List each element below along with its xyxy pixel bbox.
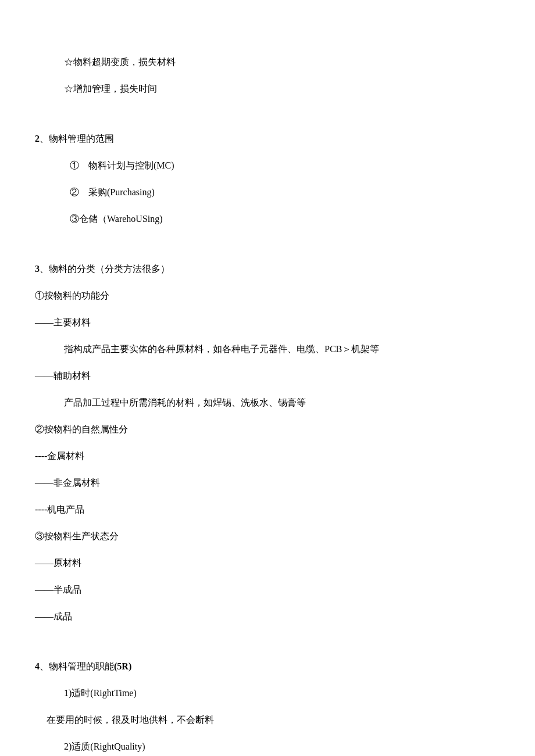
spacer bbox=[35, 109, 500, 132]
section-4-heading: 4、物料管理的职能(5R) bbox=[35, 660, 500, 673]
section-3-sub3-c: ——成品 bbox=[35, 610, 500, 624]
section-4-r2: 2)适质(RightQuality) bbox=[35, 740, 500, 754]
section-2-item-3: ③仓储（WarehoUSing) bbox=[35, 212, 500, 226]
intro-line-1: ☆物料超期变质，损失材料 bbox=[35, 55, 500, 69]
section-2-title: 、物料管理的范围 bbox=[40, 134, 114, 144]
section-3-sub3-a: ——原材料 bbox=[35, 556, 500, 570]
section-2-number: 2 bbox=[35, 134, 40, 144]
section-3-sub2: ②按物料的自然属性分 bbox=[35, 422, 500, 436]
section-3-sub2-b: ——非金属材料 bbox=[35, 476, 500, 490]
section-3-sub1: ①按物料的功能分 bbox=[35, 289, 500, 303]
section-3-sub2-c: ----机电产品 bbox=[35, 503, 500, 517]
section-2-heading: 2、物料管理的范围 bbox=[35, 132, 500, 146]
section-4-title-a: 、物料管理的职能 bbox=[40, 661, 114, 671]
section-4-title-b: (5R) bbox=[114, 661, 131, 671]
section-3-heading: 3、物料的分类（分类方法很多） bbox=[35, 262, 500, 276]
section-3-sub1-b-desc: 产品加工过程中所需消耗的材料，如焊锡、洗板水、锡膏等 bbox=[35, 396, 500, 410]
spacer bbox=[35, 636, 500, 660]
section-4-r1-desc: 在要用的时候，很及时地供料，不会断料 bbox=[35, 713, 500, 727]
section-4-number: 4 bbox=[35, 661, 40, 671]
section-2-item-2: ② 采购(Purchasing) bbox=[35, 185, 500, 199]
section-3-number: 3 bbox=[35, 264, 40, 274]
section-3-sub1-a: ——主要材料 bbox=[35, 316, 500, 329]
intro-line-2: ☆增加管理，损失时间 bbox=[35, 82, 500, 96]
section-3-sub1-b: ——辅助材料 bbox=[35, 369, 500, 383]
section-3-title: 、物料的分类（分类方法很多） bbox=[40, 264, 170, 274]
spacer bbox=[35, 239, 500, 262]
section-4-r1: 1)适时(RightTime) bbox=[35, 686, 500, 700]
section-3-sub1-a-desc: 指构成产品主要实体的各种原材料，如各种电子元器件、电缆、PCB＞机架等 bbox=[35, 342, 500, 356]
section-3-sub2-a: ----金属材料 bbox=[35, 449, 500, 463]
section-3-sub3: ③按物料生产状态分 bbox=[35, 529, 500, 543]
section-3-sub3-b: ——半成品 bbox=[35, 583, 500, 597]
section-2-item-1: ① 物料计划与控制(MC) bbox=[35, 159, 500, 173]
